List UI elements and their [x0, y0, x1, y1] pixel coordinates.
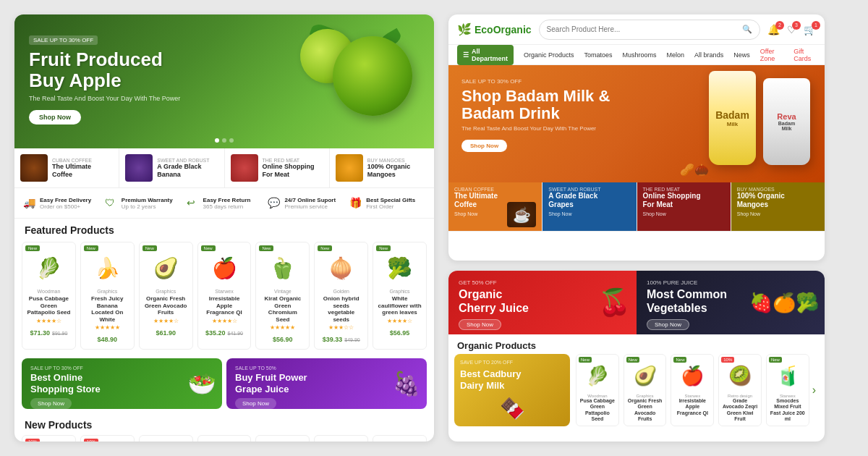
promo-cherry-btn[interactable]: Shop Now [459, 319, 501, 330]
org-img-2: 🍎 [676, 360, 709, 391]
new-prod-3[interactable]: 🥒 [197, 435, 252, 442]
new-prod-5[interactable]: 🥔 [314, 435, 368, 442]
milk-can-reva: Reva BadamMilk [763, 78, 810, 165]
prod-name-1: Fresh Juicy Banana Located On White [85, 295, 129, 323]
product-card-0[interactable]: New 🥬 Woodman Pusa Cabbage Green Pattapo… [22, 242, 76, 350]
hero-shop-btn[interactable]: Shop Now [29, 110, 81, 124]
promo-veggies[interactable]: 100% PURE JUICE Most CommonVegetables Sh… [637, 271, 825, 334]
r-cat-grapes[interactable]: SWEET AND ROBUST A Grade BlackGrapes Sho… [542, 182, 637, 231]
nav-gifts[interactable]: Gift Cards [793, 48, 816, 62]
prod-vendor-2: Graphics [144, 289, 188, 294]
prod-name-6: White cauliflower with green leaves [378, 295, 422, 316]
dot-1 [215, 138, 219, 143]
org-banner[interactable]: SAVE UP TO 20% OFF Best CadburyDairy Mil… [454, 354, 570, 426]
product-card-3[interactable]: New 🍎 Starwex Irresistable Apple Fragran… [197, 242, 252, 350]
prod-price-3: $35.20$41.90 [203, 325, 247, 338]
org-banner-title: Best CadburyDairy Milk [460, 368, 522, 391]
org-img-4: 🧃 [771, 360, 804, 391]
org-card-1[interactable]: New 🥑 Graphics Organic Fresh Green Avoca… [624, 354, 667, 426]
org-card-4[interactable]: New 🧃 Starwex Smocdes Mixed Fruit Fast J… [766, 354, 809, 426]
promo-img-purple: 🍇 [392, 370, 421, 397]
nav-melon[interactable]: Melon [667, 51, 685, 59]
promo-btn-purple[interactable]: Shop Now [235, 398, 276, 409]
new-prod-6[interactable]: 🌿 [373, 435, 427, 442]
r-cat-title-meat: Online ShoppingFor Meat [643, 192, 725, 209]
feature-return-text: Easy Free Return 365 days return [203, 197, 251, 210]
cat-img-mango [336, 154, 363, 182]
featured-products-grid: New 🥬 Woodman Pusa Cabbage Green Pattapo… [14, 239, 434, 354]
prod-img-2: 🥑 [146, 250, 186, 286]
notif-badge: 2 [775, 21, 784, 30]
nav-offer[interactable]: Offer Zone [760, 48, 784, 62]
org-card-3[interactable]: 10% 🥝 Retro design Grade Avocado Zeqri G… [718, 354, 762, 426]
product-card-1[interactable]: New 🍌 Graphics Fresh Juicy Banana Locate… [80, 242, 135, 350]
org-card-0[interactable]: New 🥬 Woodman Pusa Cabbage Green Pattapo… [576, 354, 619, 426]
new-prod-4[interactable]: 🫘 [255, 435, 310, 442]
r-cat-btn-grapes[interactable]: Shop Now [548, 211, 630, 216]
promo-banner-purple[interactable]: SALE UP TO 50% Buy Fruit PowerGrape Juic… [226, 358, 427, 409]
cat-card-mango[interactable]: BUY MANGOES 100% OrganicMangoes [330, 148, 434, 187]
promo-veggies-badge: 100% PURE JUICE [647, 279, 814, 286]
prod-vendor-5: Golden [319, 289, 363, 294]
right-promo-row: GET 50% OFF OrganicCherry Juice Shop Now… [448, 271, 825, 334]
org-img-0: 🥬 [581, 360, 613, 391]
org-next-btn[interactable]: › [809, 354, 819, 426]
new-img-5: 🥔 [323, 440, 359, 442]
feature-support: 💬 24/7 Online Suport Premium service [265, 188, 346, 218]
r-cat-meat[interactable]: THE RED MEAT Online ShoppingFor Meat Sho… [637, 182, 731, 231]
apple-main [333, 36, 412, 116]
promo-cherry[interactable]: GET 50% OFF OrganicCherry Juice Shop Now… [448, 271, 637, 334]
prod-price-5: $39.33$49.90 [319, 332, 363, 345]
prod-badge-0: New [25, 245, 40, 251]
wishlist-icon[interactable]: ♡3 [787, 24, 796, 35]
r-cat-btn-mango[interactable]: Shop Now [737, 211, 819, 216]
new-prod-2[interactable]: 🍍 [139, 435, 193, 442]
cart-icon[interactable]: 🛒1 [804, 24, 816, 35]
r-cat-label-coffee: CUBAN COFFEE [454, 187, 536, 192]
new-products-title: New Products [14, 413, 434, 434]
warranty-icon: 🛡 [105, 197, 118, 210]
r-cat-mango[interactable]: BUY MANGOES 100% OrganicMangoes Shop Now [731, 182, 825, 231]
org-card-2[interactable]: New 🍎 Starwex Irresistable Apple Fragran… [671, 354, 714, 426]
nav-tomatoes[interactable]: Tomatoes [584, 51, 613, 59]
new-prod-0[interactable]: 10% 🍎 [22, 435, 76, 442]
nav-news[interactable]: News [733, 51, 750, 59]
org-small-cards: New 🥬 Woodman Pusa Cabbage Green Pattapo… [576, 354, 809, 426]
org-products-row: SAVE UP TO 20% OFF Best CadburyDairy Mil… [448, 354, 825, 431]
search-icon: 🔍 [742, 25, 752, 34]
store-nav: ☰ All Department Organic Products Tomato… [448, 45, 825, 65]
nav-mushrooms[interactable]: Mushrooms [623, 51, 657, 59]
cat-card-grapes[interactable]: SWEET AND ROBUST A Grade BlackBanana [119, 148, 224, 187]
prod-badge-6: New [376, 245, 391, 251]
r-cat-btn-meat[interactable]: Shop Now [643, 211, 725, 216]
promo-btn-green[interactable]: Shop Now [30, 398, 72, 409]
promo-banner-green[interactable]: SALE UP TO 30% OFF Best OnlineShopping S… [22, 358, 222, 409]
cart-badge: 1 [812, 21, 820, 30]
r-cat-coffee[interactable]: CUBAN COFFEE The UltimateCoffee Shop Now… [448, 182, 542, 231]
new-badge-1: 10% [84, 439, 98, 442]
cat-card-meat[interactable]: THE RED MEAT Online ShoppingFor Meat [225, 148, 330, 187]
search-bar[interactable]: 🔍 [539, 20, 760, 40]
nav-brands[interactable]: All brands [694, 51, 723, 59]
product-card-6[interactable]: New 🥦 Graphics White cauliflower with gr… [373, 242, 427, 350]
milk-can-badam: Badam Milk [709, 71, 756, 165]
new-prod-1[interactable]: 10% 🧴 [80, 435, 135, 442]
feature-support-text: 24/7 Online Suport Premium service [284, 197, 336, 210]
prod-badge-2: New [142, 245, 157, 251]
notification-icon[interactable]: 🔔2 [767, 24, 780, 35]
promo-veggies-btn[interactable]: Shop Now [647, 319, 689, 330]
search-input[interactable] [547, 25, 742, 33]
org-badge-3: 10% [721, 357, 734, 363]
cat-card-coffee[interactable]: CUBAN COFFEE The UltimateCoffee [14, 148, 119, 187]
product-card-4[interactable]: New 🫑 Vintage Kirat Organic Green Chromi… [255, 242, 310, 350]
org-banner-img: 🍫 [500, 397, 525, 421]
promo-title-purple: Buy Fruit PowerGrape Juice [235, 372, 418, 394]
product-card-5[interactable]: New 🧅 Golden Onion hybrid seeds vegetabl… [314, 242, 368, 350]
nav-dept-btn[interactable]: ☰ All Department [457, 45, 514, 65]
promo-img-green: 🥗 [187, 370, 216, 397]
org-img-1: 🥑 [629, 360, 661, 391]
rh-shop-btn[interactable]: Shop Now [461, 140, 507, 152]
product-card-2[interactable]: New 🥑 Graphics Organic Fresh Green Avoca… [139, 242, 193, 350]
org-name-1: Organic Fresh Green Avocado Fruits [627, 398, 663, 423]
nav-organic[interactable]: Organic Products [524, 51, 574, 59]
